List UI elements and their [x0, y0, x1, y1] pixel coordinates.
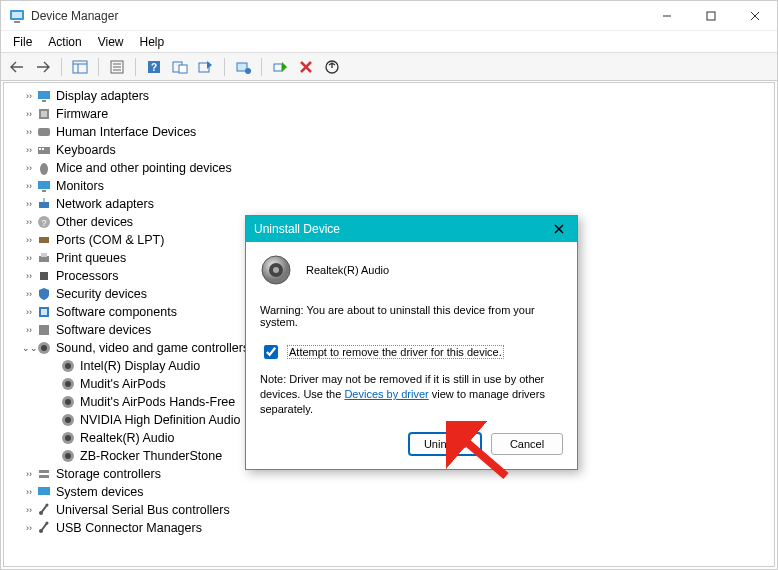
uninstall-device-dialog: Uninstall Device Realtek(R) Audio Warnin… — [245, 215, 578, 470]
expand-icon[interactable]: › — [22, 249, 36, 267]
usb-icon — [36, 502, 52, 518]
tree-item-label: Mudit's AirPods Hands-Free — [80, 393, 235, 411]
svg-rect-26 — [42, 100, 46, 102]
tree-item-firmware[interactable]: ›Firmware — [4, 105, 774, 123]
disable-device-button[interactable] — [320, 56, 344, 78]
expand-icon[interactable]: › — [22, 321, 36, 339]
expand-icon[interactable]: › — [22, 465, 36, 483]
tree-item-label: Mice and other pointing devices — [56, 159, 232, 177]
tree-item-label: Realtek(R) Audio — [80, 429, 175, 447]
tree-item-display-adapters[interactable]: ›Display adapters — [4, 87, 774, 105]
expand-icon[interactable]: › — [22, 213, 36, 231]
svg-rect-63 — [38, 487, 50, 495]
menu-bar: File Action View Help — [1, 31, 777, 53]
tree-item-monitors[interactable]: ›Monitors — [4, 177, 774, 195]
devices-by-driver-link[interactable]: Devices by driver — [344, 388, 428, 400]
svg-rect-42 — [41, 253, 47, 257]
dialog-note: Note: Driver may not be removed if it is… — [260, 372, 563, 417]
svg-rect-31 — [39, 148, 41, 150]
dialog-warning-text: Warning: You are about to uninstall this… — [260, 304, 563, 328]
expand-icon[interactable]: › — [22, 483, 36, 501]
net-icon — [36, 196, 52, 212]
app-icon — [9, 8, 25, 24]
tree-item-keyboards[interactable]: ›Keyboards — [4, 141, 774, 159]
uninstall-button[interactable]: Uninstall — [409, 433, 481, 455]
tree-item-label: USB Connector Managers — [56, 519, 202, 537]
svg-rect-36 — [39, 202, 49, 208]
svg-rect-2 — [14, 21, 20, 23]
svg-rect-34 — [38, 181, 50, 189]
expand-icon[interactable]: › — [22, 123, 36, 141]
close-button[interactable] — [733, 1, 777, 30]
title-bar: Device Manager — [1, 1, 777, 31]
tree-item-system-devices[interactable]: ›System devices — [4, 483, 774, 501]
expand-icon[interactable]: › — [22, 141, 36, 159]
update-driver-button[interactable] — [194, 56, 218, 78]
enable-device-button[interactable] — [268, 56, 292, 78]
usb-icon — [36, 520, 52, 536]
properties-button[interactable] — [105, 56, 129, 78]
uninstall-device-button[interactable] — [294, 56, 318, 78]
printer-icon — [36, 250, 52, 266]
expand-icon[interactable]: ⌄ — [22, 339, 36, 357]
svg-rect-62 — [39, 475, 49, 478]
remove-driver-checkbox[interactable] — [264, 345, 278, 359]
cancel-button[interactable]: Cancel — [491, 433, 563, 455]
tree-item-label: Monitors — [56, 177, 104, 195]
expand-icon[interactable]: › — [22, 159, 36, 177]
add-legacy-hardware-button[interactable] — [231, 56, 255, 78]
svg-rect-45 — [41, 309, 47, 315]
back-button[interactable] — [5, 56, 29, 78]
dialog-title: Uninstall Device — [254, 222, 549, 236]
dialog-title-bar[interactable]: Uninstall Device — [246, 216, 577, 242]
menu-file[interactable]: File — [5, 33, 40, 51]
expand-icon[interactable]: › — [22, 501, 36, 519]
forward-button[interactable] — [31, 56, 55, 78]
expand-icon[interactable]: › — [22, 177, 36, 195]
tree-item-usb-connector-managers[interactable]: ›USB Connector Managers — [4, 519, 774, 537]
menu-view[interactable]: View — [90, 33, 132, 51]
menu-action[interactable]: Action — [40, 33, 89, 51]
tree-item-label: Display adapters — [56, 87, 149, 105]
svg-point-56 — [65, 417, 71, 423]
speaker-icon — [60, 430, 76, 446]
toolbar: ? — [1, 53, 777, 81]
dialog-device-name: Realtek(R) Audio — [306, 264, 389, 276]
menu-help[interactable]: Help — [132, 33, 173, 51]
expand-icon[interactable]: › — [22, 195, 36, 213]
show-hide-tree-button[interactable] — [68, 56, 92, 78]
expand-icon[interactable]: › — [22, 267, 36, 285]
system-icon — [36, 484, 52, 500]
help-button[interactable]: ? — [142, 56, 166, 78]
svg-rect-21 — [274, 64, 282, 71]
tree-item-mice-and-other-pointing-devices[interactable]: ›Mice and other pointing devices — [4, 159, 774, 177]
tree-item-universal-serial-bus-controllers[interactable]: ›Universal Serial Bus controllers — [4, 501, 774, 519]
other-icon: ? — [36, 214, 52, 230]
remove-driver-label[interactable]: Attempt to remove the driver for this de… — [287, 345, 504, 359]
minimize-button[interactable] — [645, 1, 689, 30]
svg-point-58 — [65, 435, 71, 441]
svg-rect-32 — [42, 148, 44, 150]
swcomp-icon — [36, 304, 52, 320]
tree-item-label: Mudit's AirPods — [80, 375, 166, 393]
cpu-icon — [36, 268, 52, 284]
svg-point-67 — [46, 522, 49, 525]
svg-rect-40 — [39, 237, 49, 243]
expand-icon[interactable]: › — [22, 231, 36, 249]
scan-hardware-button[interactable] — [168, 56, 192, 78]
maximize-button[interactable] — [689, 1, 733, 30]
storage-icon — [36, 466, 52, 482]
expand-icon[interactable]: › — [22, 285, 36, 303]
expand-icon[interactable]: › — [22, 519, 36, 537]
expand-icon[interactable]: › — [22, 105, 36, 123]
expand-icon[interactable]: › — [22, 303, 36, 321]
tree-item-human-interface-devices[interactable]: ›Human Interface Devices — [4, 123, 774, 141]
svg-text:?: ? — [41, 218, 46, 228]
svg-rect-25 — [38, 91, 50, 99]
dialog-close-button[interactable] — [549, 219, 569, 239]
speaker-icon — [60, 448, 76, 464]
tree-item-network-adapters[interactable]: ›Network adapters — [4, 195, 774, 213]
expand-icon[interactable]: › — [22, 87, 36, 105]
speaker-icon — [60, 412, 76, 428]
tree-item-label: Software devices — [56, 321, 151, 339]
